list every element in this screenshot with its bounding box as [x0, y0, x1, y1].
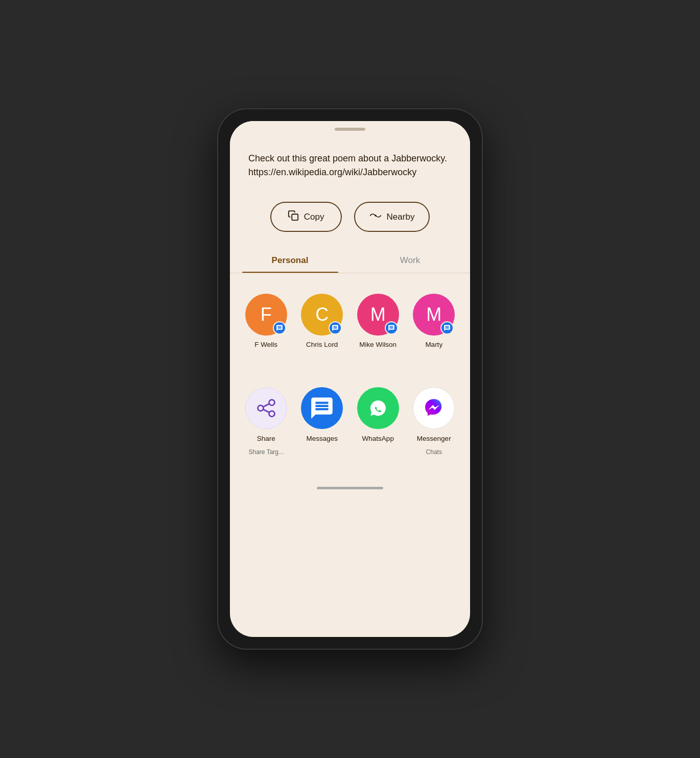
svg-point-2: [269, 400, 274, 406]
contact-f-wells[interactable]: F F Wells: [238, 289, 294, 357]
contact-name-chris-lord: Chris Lord: [306, 341, 338, 348]
app-share-target[interactable]: Share Share Targ...: [238, 382, 294, 464]
action-buttons-row: Copy Nearby: [230, 192, 470, 246]
contacts-grid: F F Wells C: [230, 273, 470, 367]
messages-badge-4: [440, 321, 454, 335]
app-name-messages: Messages: [306, 434, 338, 443]
tab-work[interactable]: Work: [350, 246, 470, 273]
app-whatsapp[interactable]: WhatsApp: [350, 382, 406, 464]
contact-avatar-marty: M: [413, 294, 455, 336]
svg-point-1: [375, 215, 376, 216]
nearby-label: Nearby: [387, 212, 415, 222]
app-name-messenger: Messenger: [417, 434, 451, 443]
svg-point-3: [258, 406, 263, 411]
home-indicator: [317, 487, 383, 489]
nearby-button[interactable]: Nearby: [354, 202, 430, 232]
svg-point-4: [269, 411, 274, 417]
bottom-bar: [230, 480, 470, 496]
contact-chris-lord[interactable]: C Chris Lord: [294, 289, 351, 357]
svg-line-6: [263, 410, 269, 413]
copy-button[interactable]: Copy: [270, 202, 342, 232]
apps-grid: Share Share Targ... Messages: [230, 382, 470, 480]
app-messages[interactable]: Messages: [294, 382, 351, 464]
messages-badge-2: [329, 321, 342, 335]
tab-personal[interactable]: Personal: [230, 246, 350, 273]
app-sub-messenger: Chats: [426, 448, 442, 457]
contact-avatar-f-wells: F: [245, 294, 287, 336]
contact-avatar-mike-wilson: M: [357, 294, 399, 336]
svg-rect-0: [292, 214, 298, 220]
share-text-section: Check out this great poem about a Jabber…: [230, 137, 470, 192]
nearby-icon: [369, 210, 382, 224]
whatsapp-icon-wrap: [357, 387, 399, 429]
copy-icon: [288, 210, 299, 224]
svg-line-5: [263, 404, 269, 407]
contact-name-marty: Marty: [425, 341, 442, 348]
messenger-icon-wrap: [413, 387, 455, 429]
divider: [230, 367, 470, 382]
app-name-whatsapp: WhatsApp: [362, 434, 394, 443]
messages-icon-wrap: [301, 387, 343, 429]
share-sheet: Check out this great poem about a Jabber…: [230, 137, 470, 637]
contact-name-f-wells: F Wells: [254, 341, 277, 348]
phone-screen: Check out this great poem about a Jabber…: [230, 121, 470, 637]
contact-mike-wilson[interactable]: M Mike Wilson: [350, 289, 406, 357]
copy-label: Copy: [304, 212, 324, 222]
share-target-icon: [245, 387, 287, 429]
app-messenger[interactable]: Messenger Chats: [406, 382, 462, 464]
status-pill: [335, 128, 365, 131]
app-name-share: Share: [257, 434, 275, 443]
phone-frame: Check out this great poem about a Jabber…: [217, 108, 483, 650]
contact-marty[interactable]: M Marty: [406, 289, 462, 357]
contact-name-mike-wilson: Mike Wilson: [359, 341, 396, 348]
app-sub-share: Share Targ...: [249, 448, 284, 457]
messages-badge: [273, 321, 286, 335]
status-bar: [230, 121, 470, 137]
tabs-section: Personal Work: [230, 246, 470, 273]
messages-badge-3: [385, 321, 398, 335]
share-message: Check out this great poem about a Jabber…: [248, 152, 452, 179]
contact-avatar-chris-lord: C: [301, 294, 343, 336]
